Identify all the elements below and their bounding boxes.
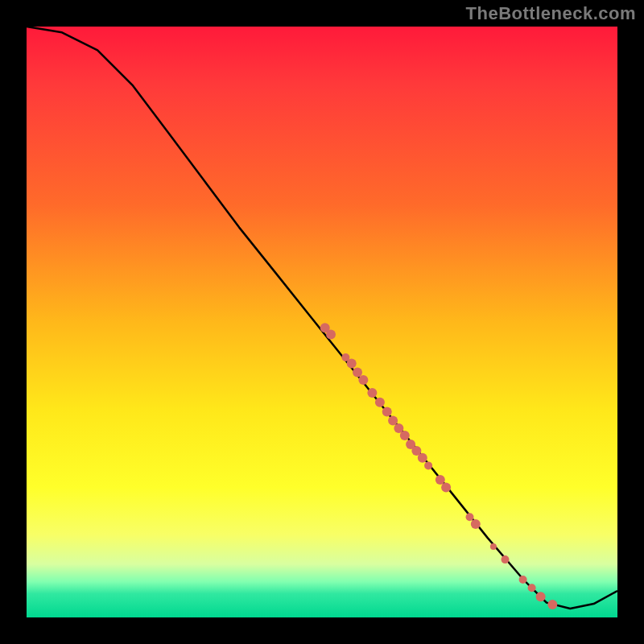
data-marker [490, 543, 497, 550]
data-marker [502, 555, 510, 564]
data-marker [400, 431, 410, 440]
data-marker [441, 483, 451, 493]
data-marker [353, 367, 362, 377]
data-marker [471, 519, 481, 529]
data-marker [528, 584, 536, 592]
chart-svg [0, 0, 644, 644]
data-marker [388, 416, 398, 426]
data-marker [547, 600, 557, 609]
bottleneck-curve [27, 27, 617, 609]
data-marker [326, 329, 336, 339]
data-marker [424, 461, 432, 469]
data-marker [382, 407, 392, 417]
data-marker [375, 398, 385, 407]
data-marker [536, 592, 546, 601]
data-marker [347, 358, 357, 368]
data-marker [358, 375, 368, 385]
data-marker [436, 475, 445, 485]
data-marker [367, 388, 377, 398]
data-marker [519, 576, 527, 584]
data-marker [466, 513, 474, 521]
data-marker [418, 453, 427, 463]
data-markers [320, 323, 558, 609]
